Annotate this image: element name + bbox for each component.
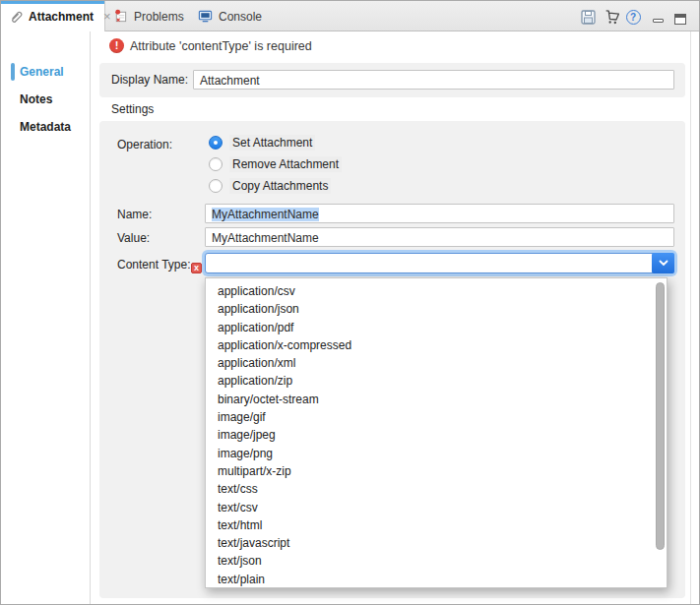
properties-panel: Attachment × Problems — [0, 0, 700, 605]
dropdown-option[interactable]: application/pdf — [206, 319, 667, 336]
content-type-combobox[interactable] — [205, 253, 674, 273]
content-type-label: Content Type: — [117, 258, 191, 272]
dropdown-option[interactable]: text/csv — [206, 499, 667, 516]
radio-unselected-icon — [209, 179, 223, 193]
active-indicator — [11, 63, 15, 81]
combobox-dropdown-button[interactable] — [652, 253, 674, 273]
dropdown-option[interactable]: application/x-compressed — [206, 336, 667, 354]
content-type-dropdown-list: application/csv application/json applica… — [205, 277, 668, 588]
tab-bar: Attachment × Problems — [1, 1, 699, 31]
paperclip-icon — [9, 10, 23, 24]
name-label: Name: — [117, 208, 152, 221]
error-icon: ! — [109, 38, 124, 53]
dropdown-option[interactable]: text/plain — [206, 571, 667, 588]
radio-option-copy-attachments[interactable]: Copy Attachments — [209, 176, 331, 196]
settings-heading: Settings — [111, 102, 154, 116]
value-label: Value: — [117, 231, 150, 245]
value-input[interactable]: MyAttachmentName — [205, 227, 674, 247]
display-name-label: Display Name: — [111, 73, 188, 87]
dropdown-option[interactable]: multipart/x-zip — [206, 462, 667, 480]
sidebar-item-notes[interactable]: Notes — [1, 90, 90, 109]
problems-icon — [113, 9, 128, 24]
dropdown-option[interactable]: image/png — [206, 445, 667, 462]
tab-problems[interactable]: Problems — [107, 1, 190, 31]
display-name-input[interactable]: Attachment — [193, 70, 674, 90]
dropdown-option[interactable]: application/json — [206, 300, 667, 318]
tab-problems-label: Problems — [134, 10, 184, 24]
dropdown-option[interactable]: text/html — [206, 516, 667, 534]
dropdown-option[interactable]: text/css — [206, 480, 667, 498]
error-message: Attribute 'contentType' is required — [130, 39, 312, 53]
selected-text: MyAttachmentName — [212, 208, 319, 221]
sidebar-item-metadata[interactable]: Metadata — [1, 117, 90, 137]
panel-right-rule — [690, 31, 691, 605]
tab-console[interactable]: Console — [192, 1, 268, 31]
radio-option-remove-attachment[interactable]: Remove Attachment — [209, 154, 342, 174]
sidebar: General Notes Metadata — [1, 31, 91, 605]
dropdown-option[interactable]: image/gif — [206, 408, 667, 426]
tab-attachment-label: Attachment — [29, 10, 94, 24]
dropdown-option[interactable]: image/jpeg — [206, 426, 667, 444]
radio-option-set-attachment[interactable]: Set Attachment — [209, 133, 315, 152]
dropdown-scrollbar-thumb[interactable] — [656, 282, 665, 550]
dropdown-option[interactable]: application/zip — [206, 372, 667, 390]
sidebar-item-general[interactable]: General — [1, 62, 90, 82]
save-icon[interactable] — [579, 8, 597, 26]
tab-console-label: Console — [219, 10, 262, 24]
minimize-icon[interactable] — [649, 12, 667, 30]
name-input[interactable]: MyAttachmentName — [205, 204, 674, 223]
operation-label: Operation: — [117, 138, 172, 151]
radio-selected-icon — [209, 136, 223, 150]
dropdown-option[interactable]: text/javascript — [206, 534, 667, 552]
dropdown-option[interactable]: application/xml — [206, 354, 667, 372]
dropdown-option[interactable]: application/csv — [206, 282, 667, 300]
help-icon[interactable]: ? — [624, 8, 642, 26]
dropdown-option[interactable]: text/json — [206, 552, 667, 570]
dropdown-option[interactable]: binary/octet-stream — [206, 391, 667, 408]
radio-unselected-icon — [209, 157, 223, 171]
maximize-icon[interactable] — [671, 10, 689, 28]
field-error-badge: x — [191, 263, 202, 273]
cart-icon[interactable] — [603, 8, 620, 26]
tab-attachment[interactable]: Attachment × — [1, 1, 105, 31]
console-icon — [198, 9, 213, 24]
